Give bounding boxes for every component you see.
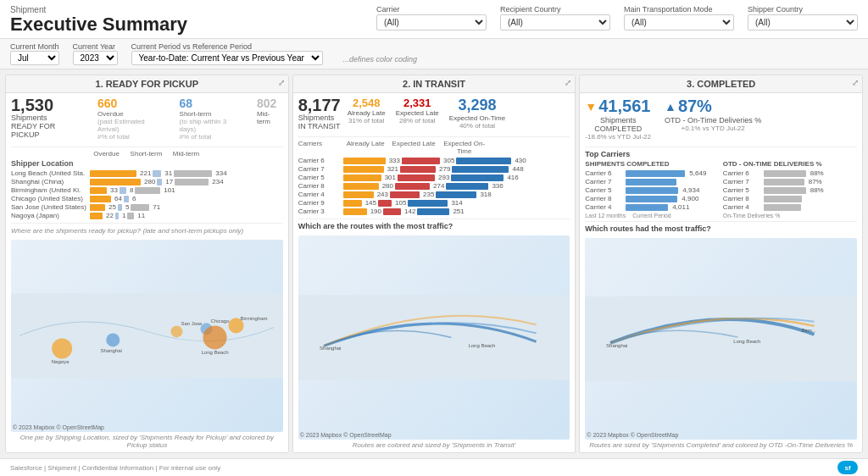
panel1-body: 1,530 ShipmentsREADY FOR PICKUP 660 Over…	[6, 93, 288, 452]
table-row: Carrier 5 88%	[723, 186, 857, 194]
already-late-bar	[343, 166, 384, 173]
top-bar-left: Shipment Executive Summary	[10, 5, 187, 35]
expected-late-bar	[402, 158, 440, 164]
table-row: Nagoya (Japan) 22 1 11	[11, 212, 283, 219]
map-san-jose-dot	[170, 326, 182, 338]
panel1-overdue-label: Overdue(past Estimated Arrival)#% of tot…	[97, 110, 166, 141]
map-shanghai-dot	[106, 334, 120, 347]
panel3-kpis: ▼ 41,561 ShipmentsCOMPLETED -18.6% vs YT…	[585, 97, 857, 141]
expected-late-bar	[398, 174, 435, 181]
carrier-name: Carrier 8	[298, 182, 341, 190]
otd-bar	[764, 187, 806, 194]
panel3-header: 3. COMPLETED	[580, 75, 862, 93]
overdue-bar	[90, 204, 105, 211]
legend-last-12: Last 12 months	[585, 213, 626, 219]
panel1-short-number: 68	[180, 97, 193, 110]
table-row: Carrier 8	[723, 195, 857, 202]
recipient-country-label: Recipient Country	[500, 5, 610, 14]
svg-text:Shanghai: Shanghai	[320, 346, 341, 351]
mid-val: 71	[153, 203, 160, 211]
mid-val: 234	[212, 178, 223, 185]
overdue-val: 64	[114, 195, 122, 202]
panel2-expand-icon[interactable]: ⤢	[565, 78, 571, 87]
on-time-bar	[451, 174, 504, 181]
panel1-expand-icon[interactable]: ⤢	[278, 78, 285, 87]
overdue-bar	[90, 187, 107, 194]
table-row: Shanghai (China) 280 17 234	[11, 178, 283, 185]
panel1-col-mid: Mid-term	[167, 150, 205, 158]
carrier-bars: 221 31 334	[90, 169, 283, 177]
panel3-completed-change: -18.6% vs YTD Jul-22	[585, 133, 651, 141]
on-time-bar	[446, 183, 488, 190]
already-late-bar	[343, 208, 367, 215]
table-row: Carrier 4 243 235 318	[298, 191, 570, 198]
short-bar	[118, 204, 122, 211]
panel3-top-carriers-title: Top Carriers	[585, 150, 857, 158]
panel2-map-title: Which are the routes with the most traff…	[298, 222, 570, 230]
short-val: 8	[130, 186, 133, 194]
footer-text: Salesforce | Shipment | Confidential Inf…	[10, 464, 220, 472]
period-select[interactable]: Year-to-Date: Current Year vs Previous Y…	[131, 51, 323, 65]
panel1-carriers-list: Long Beach (United Sta. 221 31 334 Shang…	[11, 169, 283, 220]
table-row: Carrier 5 301 293 416	[298, 174, 570, 181]
panel3-otd-label: OTD - On-Time Deliveries %	[665, 116, 761, 125]
shipper-country-select[interactable]: (All)	[748, 14, 858, 30]
panel2-expected-late-pct: 28% of total	[396, 117, 439, 125]
panel1-map-copyright: © 2023 Mapbox © OpenStreetMap	[13, 424, 104, 430]
panel1-kpis: 1,530 ShipmentsREADY FOR PICKUP 660 Over…	[11, 97, 283, 141]
panel2-col-already-late: Already Late	[342, 140, 389, 155]
overdue-bar	[90, 213, 103, 219]
carrier-name: Carrier 5	[298, 174, 341, 181]
expected-late-bar	[390, 191, 420, 198]
filter-bar: Current Month Jul Current Year 2023 Curr…	[0, 39, 868, 69]
carrier-name: San Jose (United States)	[11, 203, 87, 211]
completed-bar	[626, 196, 677, 202]
current-month-label: Current Month	[10, 42, 59, 51]
salesforce-logo: sf	[837, 461, 858, 474]
panel2-col-on-time: Expected On-Time	[439, 140, 490, 155]
panel2-col-headers: Carriers Already Late Expected Late Expe…	[298, 140, 570, 155]
svg-text:Chicago: Chicago	[210, 319, 230, 324]
panel1-main-number: 1,530	[11, 97, 84, 113]
panel1-map: Nagoya Shanghai San Jose Chicago Birming…	[11, 240, 283, 432]
table-row: Carrier 4	[723, 203, 857, 211]
current-month-select[interactable]: Jul	[10, 51, 59, 65]
map-longbeach-dot	[203, 326, 226, 350]
short-val: 1	[122, 212, 125, 219]
salesforce-logo-text: sf	[844, 464, 850, 472]
carrier-select[interactable]: (All)	[376, 14, 487, 30]
panel3-completed-col: SHIPMENTS COMPLETED Carrier 6 5,649 Carr…	[585, 160, 719, 219]
panel1-mid-number: 802	[257, 97, 276, 110]
already-late-bar	[343, 158, 386, 164]
panel3-expand-icon[interactable]: ⤢	[852, 78, 859, 87]
table-row: Carrier 3 190 142 251	[298, 208, 570, 215]
mid-val: 11	[137, 212, 145, 219]
completed-bar	[626, 179, 676, 185]
on-time-bar	[436, 191, 476, 198]
table-row: Chicago (United States) 64 6	[11, 195, 283, 202]
overdue-bar	[90, 196, 111, 202]
svg-text:Long Beach: Long Beach	[468, 344, 495, 349]
carrier-name: Carrier 8	[723, 195, 761, 202]
overdue-val: 33	[110, 186, 118, 194]
panel3-otd-col: OTD - ON-TIME DELIVERIES % Carrier 6 88%…	[723, 160, 857, 219]
panel-in-transit: 2. IN TRANSIT ⤢ 8,177 ShipmentsIN TRANSI…	[292, 75, 576, 453]
transport-mode-label: Main Transportation Mode	[624, 5, 734, 14]
panel1-section-title: Shipper Location	[11, 159, 283, 168]
transport-mode-select[interactable]: (All)	[624, 14, 734, 30]
overdue-val: 221	[140, 169, 151, 177]
table-row: Carrier 4 4,011	[585, 203, 719, 211]
recipient-country-select[interactable]: (All)	[500, 14, 610, 30]
carrier-name: Carrier 5	[723, 186, 761, 194]
carrier-bars: 243 235 318	[343, 191, 570, 198]
overdue-bar	[90, 170, 136, 177]
current-year-select[interactable]: 2023	[73, 51, 118, 65]
short-val: 17	[165, 178, 173, 185]
shipper-country-filter: Shipper Country (All)	[748, 5, 858, 30]
legend-current: Current Period	[632, 213, 671, 219]
overdue-val: 280	[144, 178, 155, 185]
panel2-already-late-pct: 31% of total	[348, 117, 386, 125]
carrier-bars: 22 1 11	[90, 212, 283, 219]
svg-rect-0	[11, 293, 283, 378]
table-row: Carrier 6 5,649	[585, 169, 719, 177]
